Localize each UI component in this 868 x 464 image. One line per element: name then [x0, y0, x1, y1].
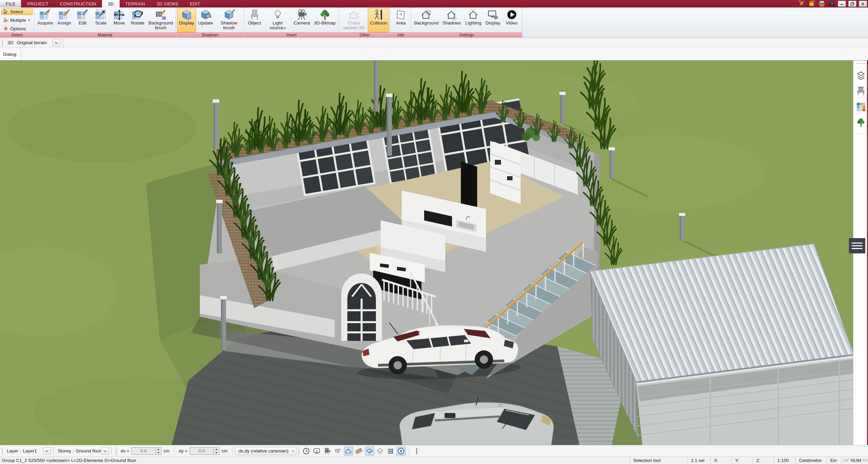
- overflow-dots-icon[interactable]: [412, 447, 421, 455]
- background-brush-button[interactable]: Background brush: [147, 8, 175, 32]
- area-button[interactable]: ? Area: [392, 8, 410, 32]
- tools-icon[interactable]: [798, 1, 806, 7]
- flat-roof-icon[interactable]: [365, 447, 374, 455]
- shadows-update-button[interactable]: Update: [196, 8, 215, 32]
- insert-light-source-button[interactable]: Light source▾: [264, 8, 292, 32]
- lighting-settings-icon: [468, 9, 479, 20]
- help-icon[interactable]: ?: [828, 1, 835, 7]
- tab-terrain[interactable]: TERRAIN: [120, 0, 151, 7]
- settings-shadows-button[interactable]: Shadows: [440, 8, 463, 32]
- group-label-info: Info: [390, 32, 411, 37]
- toolbar-drag-handle[interactable]: [1, 39, 3, 47]
- collision-icon: [373, 9, 384, 20]
- clock-icon[interactable]: [302, 447, 311, 455]
- paint-background-icon[interactable]: [333, 447, 343, 455]
- compass-north-icon[interactable]: N: [397, 447, 406, 455]
- drawing-scale[interactable]: 1:100: [774, 457, 795, 464]
- terrain-view-dropdown[interactable]: [53, 39, 60, 46]
- scale-icon: [95, 9, 107, 20]
- layer-dropdown[interactable]: [43, 447, 51, 454]
- move-button[interactable]: Move: [110, 8, 128, 32]
- svg-text:?: ?: [399, 12, 402, 18]
- tree-icon: [319, 9, 331, 20]
- panel-divider: [855, 134, 867, 134]
- bottom-toolbar: Layer : Layer1 Storey : Ground floor dx …: [0, 445, 868, 457]
- assign-button[interactable]: Assign: [55, 8, 73, 32]
- lock-key-indicators: UF NUM RF: [841, 457, 868, 464]
- 3d-scene[interactable]: [0, 61, 854, 445]
- restore-button[interactable]: [848, 1, 856, 7]
- tab-project[interactable]: PROJECT: [21, 0, 54, 7]
- plants-icon[interactable]: [855, 117, 866, 128]
- layers-stack-icon[interactable]: [376, 447, 385, 455]
- toolbar-drag-handle[interactable]: [298, 447, 300, 455]
- unit-setting[interactable]: Centimetre: [795, 457, 827, 464]
- multiple-button[interactable]: Multiple ▾: [1, 17, 33, 23]
- options-button[interactable]: Options: [1, 25, 33, 32]
- shadows-display-button[interactable]: Display: [177, 8, 196, 32]
- settings-background-button[interactable]: Background: [412, 8, 440, 32]
- minimize-button[interactable]: [838, 1, 846, 7]
- monitor-star-icon[interactable]: [312, 447, 322, 455]
- dy-label: dy =: [179, 448, 188, 453]
- materials-icon[interactable]: [855, 101, 866, 112]
- tab-construction[interactable]: CONSTRUCTION: [54, 0, 102, 7]
- panel-expand-handle[interactable]: [849, 238, 865, 253]
- ribbon-group-other: Cross section 3D Collision Other: [339, 7, 390, 37]
- group-label-other: Other: [339, 32, 390, 37]
- dropdown-caret-icon: ▾: [29, 18, 30, 22]
- dy-input[interactable]: [190, 448, 213, 454]
- collision-button[interactable]: Collision: [368, 8, 389, 32]
- shadow-brush-button[interactable]: Shadow brush: [215, 8, 243, 32]
- dy-field-wrap: [190, 447, 220, 455]
- rotate-button[interactable]: Rotate: [128, 8, 147, 32]
- tab-file[interactable]: FILE: [0, 0, 21, 7]
- insert-3d-bitmap-button[interactable]: 3D-Bitmap: [312, 8, 338, 32]
- storey-label: Storey :: [58, 448, 74, 453]
- select-button[interactable]: Select: [1, 8, 33, 15]
- 3d-viewport[interactable]: [0, 61, 854, 445]
- layers-icon[interactable]: [855, 70, 866, 81]
- settings-lighting-button[interactable]: Lighting: [463, 8, 483, 32]
- application-window: FILE PROJECT CONSTRUCTION 3D TERRAIN 2D …: [0, 0, 868, 464]
- dx-stepper[interactable]: [155, 448, 161, 454]
- titlebar-right-controls: ?: [798, 0, 868, 7]
- toolbar-drag-handle[interactable]: [1, 447, 3, 455]
- settings-video-button[interactable]: Video: [503, 8, 521, 32]
- tab-2d-views[interactable]: 2D VIEWS: [151, 0, 184, 7]
- dy-stepper[interactable]: [213, 448, 219, 454]
- carport-with-metal-roof[interactable]: [590, 244, 854, 445]
- components-icon[interactable]: [808, 1, 816, 7]
- cross-section-3d-button[interactable]: Cross section 3D: [340, 8, 368, 32]
- close-icon[interactable]: [859, 1, 867, 7]
- video-camera-icon[interactable]: [323, 447, 332, 455]
- roof-display-icon[interactable]: [344, 447, 353, 455]
- panel-drag-handle[interactable]: [856, 63, 865, 64]
- multiple-select-icon: [3, 17, 8, 23]
- dx-input[interactable]: [132, 448, 155, 454]
- tab-edit[interactable]: EDIT: [184, 0, 206, 7]
- assign-icon: [58, 9, 70, 20]
- insert-object-button[interactable]: Object: [245, 8, 264, 32]
- print-icon[interactable]: [818, 1, 826, 7]
- tab-3d[interactable]: 3D: [102, 0, 119, 7]
- acquire-button[interactable]: Acquire: [35, 8, 55, 32]
- front-door[interactable]: [341, 274, 382, 341]
- edit-material-button[interactable]: Edit: [73, 8, 92, 32]
- coordinate-mode-value: dx,dy (relative cartesian): [239, 448, 289, 453]
- insert-camera-button[interactable]: Camera: [292, 8, 312, 32]
- toolbar-drag-handle[interactable]: [115, 447, 117, 455]
- grid-icon[interactable]: [386, 447, 395, 455]
- storey-dropdown[interactable]: [101, 447, 109, 454]
- timber-beams-icon[interactable]: [354, 447, 364, 455]
- layer-value: Layer1: [23, 448, 43, 453]
- plus-icon: [3, 26, 8, 31]
- settings-display-button[interactable]: Display: [483, 8, 502, 32]
- coordinate-mode-dropdown[interactable]: dx,dy (relative cartesian): [235, 447, 296, 455]
- layer-label: Layer :: [7, 448, 21, 453]
- scale-button[interactable]: Scale: [92, 8, 110, 32]
- furniture-icon[interactable]: [855, 86, 866, 97]
- shadow-brush-icon: [223, 9, 235, 20]
- selection-info: Group C1_2 525/550 <unknown> L=2D-Elemen…: [0, 458, 629, 463]
- dialog-label: Dialog:: [0, 48, 21, 60]
